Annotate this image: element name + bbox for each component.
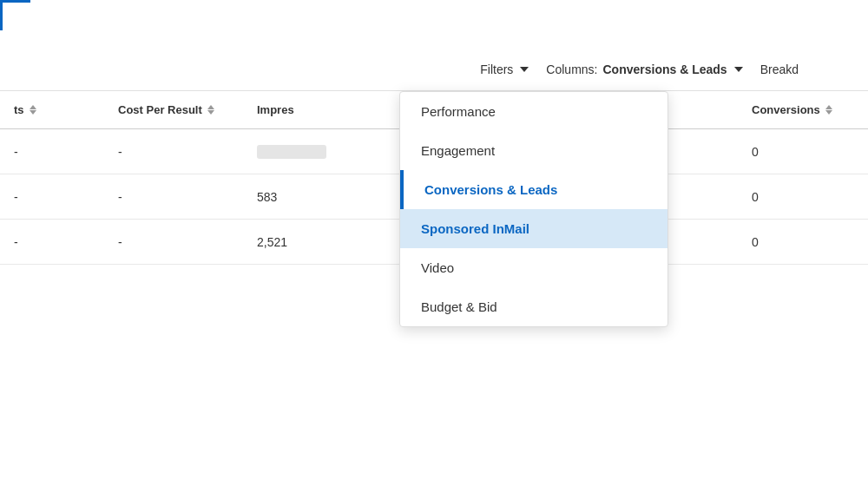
cell-impressions-2: 583 bbox=[243, 190, 382, 204]
col-header-conversions[interactable]: Conversions bbox=[738, 103, 868, 116]
dropdown-item-engagement[interactable]: Engagement bbox=[400, 131, 667, 170]
col-header-impressions[interactable]: Impres bbox=[243, 103, 382, 116]
cell-cost-3: - bbox=[104, 235, 243, 249]
cell-impressions-1 bbox=[243, 145, 382, 159]
toolbar: Filters Columns: Conversions & Leads Bre… bbox=[0, 48, 868, 91]
columns-value: Conversions & Leads bbox=[602, 62, 727, 76]
cell-cost-2: - bbox=[104, 190, 243, 204]
col-header-cost[interactable]: Cost Per Result bbox=[104, 103, 243, 116]
cell-results-1: - bbox=[0, 145, 104, 159]
dropdown-item-budget-bid[interactable]: Budget & Bid bbox=[400, 287, 667, 326]
filters-button[interactable]: Filters bbox=[480, 62, 529, 76]
sort-arrows-cost bbox=[207, 105, 214, 115]
blur-value bbox=[257, 145, 326, 159]
col-header-results[interactable]: ts bbox=[0, 103, 104, 116]
columns-button[interactable]: Columns: Conversions & Leads bbox=[546, 62, 742, 76]
filters-label: Filters bbox=[480, 62, 513, 76]
columns-caret-icon bbox=[734, 67, 743, 72]
cell-results-2: - bbox=[0, 190, 104, 204]
filters-caret-icon bbox=[520, 67, 529, 72]
breakdown-label: Breakd bbox=[760, 62, 799, 76]
columns-prefix: Columns: bbox=[546, 62, 597, 76]
sort-arrows-conversions bbox=[825, 105, 832, 115]
dropdown-item-video[interactable]: Video bbox=[400, 248, 667, 287]
cell-cost-1: - bbox=[104, 145, 243, 159]
cell-impressions-3: 2,521 bbox=[243, 235, 382, 249]
sort-arrows-results bbox=[30, 105, 36, 115]
top-corner-decoration bbox=[0, 0, 30, 30]
dropdown-item-conversions-leads[interactable]: Conversions & Leads bbox=[400, 170, 667, 209]
cell-conversions-3: 0 bbox=[738, 235, 868, 249]
cell-conversions-2: 0 bbox=[738, 190, 868, 204]
dropdown-item-performance[interactable]: Performance bbox=[400, 92, 667, 131]
cell-results-3: - bbox=[0, 235, 104, 249]
cell-conversions-1: 0 bbox=[738, 145, 868, 159]
columns-dropdown: Performance Engagement Conversions & Lea… bbox=[399, 91, 668, 327]
dropdown-item-sponsored-inmail[interactable]: Sponsored InMail bbox=[400, 209, 667, 248]
